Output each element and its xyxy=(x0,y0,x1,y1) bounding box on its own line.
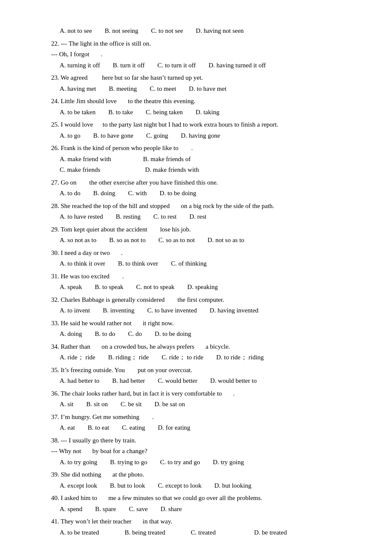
q29-text: 29. Tom kept quiet about the accident lo… xyxy=(51,224,341,235)
q22-text: 22. --- The light in the office is still… xyxy=(51,38,341,49)
question-30: 30. I need a day or two . A. to think it… xyxy=(51,248,341,269)
question-23: 23. We agreed here but so far she hasn’t… xyxy=(51,72,341,94)
question-31: 31. He was too excited . A. speak B. to … xyxy=(51,271,341,293)
question-26: 26. Frank is the kind of person who peop… xyxy=(51,143,341,176)
q30-text: 30. I need a day or two . xyxy=(51,248,341,259)
q27-options: A. to do B. doing C. with D. to be doing xyxy=(51,188,341,199)
q31-options: A. speak B. to speak C. not to speak D. … xyxy=(51,282,341,293)
question-top: A. not to see B. not seeing C. to not se… xyxy=(51,26,341,37)
question-27: 27. Go on the other exercise after you h… xyxy=(51,177,341,199)
q27-text: 27. Go on the other exercise after you h… xyxy=(51,177,341,188)
options-top: A. not to see B. not seeing C. to not se… xyxy=(51,26,341,37)
question-28: 28. She reached the top of the hill and … xyxy=(51,201,341,223)
q38-text: 38. --- I usually go there by train. xyxy=(51,435,341,446)
q23-text: 23. We agreed here but so far she hasn’t… xyxy=(51,72,341,84)
q25-text: 25. I would love to the party last night… xyxy=(51,119,341,130)
question-29: 29. Tom kept quiet about the accident lo… xyxy=(51,224,341,246)
q36-text: 36. The chair looks rather hard, but in … xyxy=(51,388,341,399)
question-32: 32. Charles Babbage is generally conside… xyxy=(51,295,341,316)
q38-sub: --- Why not by boat for a change? xyxy=(51,446,341,457)
q40-options: A. spend B. spare C. save D. share xyxy=(51,504,341,515)
question-38: 38. --- I usually go there by train. ---… xyxy=(51,435,341,468)
q31-text: 31. He was too excited . xyxy=(51,271,341,282)
question-24: 24. Little Jim should love to the theatr… xyxy=(51,96,341,118)
question-34: 34. Rather than on a crowded bus, he alw… xyxy=(51,341,341,363)
q39-text: 39. She did nothing at the photo. xyxy=(51,469,341,480)
exam-content: A. not to see B. not seeing C. to not se… xyxy=(51,26,341,538)
q32-options: A. to invent B. inventing C. to have inv… xyxy=(51,305,341,316)
q25-options: A. to go B. to have gone C. going D. hav… xyxy=(51,130,341,142)
question-22: 22. --- The light in the office is still… xyxy=(51,38,341,71)
q23-options: A. having met B. meeting C. to meet D. t… xyxy=(51,84,341,95)
q36-options: A. sit B. sit on C. be sit D. be sat on xyxy=(51,399,341,410)
q41-text: 41. They won’t let their teacher in that… xyxy=(51,516,341,527)
q34-options: A. ride； ride B. riding； ride C. ride； t… xyxy=(51,352,341,363)
q28-options: A. to have rested B. resting C. to rest … xyxy=(51,211,341,223)
q22-options: A. turning it off B. turn it off C. to t… xyxy=(51,60,341,71)
q26-text: 26. Frank is the kind of person who peop… xyxy=(51,143,341,154)
q33-options: A. doing B. to do C. do D. to be doing xyxy=(51,329,341,340)
q37-text: 37. I’m hungry. Get me something . xyxy=(51,412,341,423)
q34-text: 34. Rather than on a crowded bus, he alw… xyxy=(51,341,341,353)
q26-options-1: A. make friend with B. make friends of xyxy=(51,154,341,165)
question-25: 25. I would love to the party last night… xyxy=(51,119,341,141)
q28-text: 28. She reached the top of the hill and … xyxy=(51,201,341,212)
question-40: 40. I asked him to me a few minutes so t… xyxy=(51,493,341,515)
q26-options-2: C. make friends D. make friends with xyxy=(51,165,341,176)
question-33: 33. He said he would rather not it right… xyxy=(51,318,341,340)
q32-text: 32. Charles Babbage is generally conside… xyxy=(51,295,341,306)
q29-options: A. so not as to B. so as not to C. so as… xyxy=(51,235,341,246)
q40-text: 40. I asked him to me a few minutes so t… xyxy=(51,493,341,504)
q41-options: A. to be treated B. being treated C. tre… xyxy=(51,527,341,538)
q38-options: A. to try going B. trying to go C. to tr… xyxy=(51,457,341,468)
q22-sub: --- Oh, I forgot . xyxy=(51,49,341,60)
question-35: 35. It’s freezing outside. You put on yo… xyxy=(51,365,341,387)
question-37: 37. I’m hungry. Get me something . A. ea… xyxy=(51,412,341,434)
q24-text: 24. Little Jim should love to the theatr… xyxy=(51,96,341,107)
q35-options: A. had better to B. had better C. would … xyxy=(51,376,341,387)
question-41: 41. They won’t let their teacher in that… xyxy=(51,516,341,538)
q33-text: 33. He said he would rather not it right… xyxy=(51,318,341,329)
question-36: 36. The chair looks rather hard, but in … xyxy=(51,388,341,410)
q39-options: A. except look B. but to look C. except … xyxy=(51,480,341,491)
q35-text: 35. It’s freezing outside. You put on yo… xyxy=(51,365,341,376)
question-39: 39. She did nothing at the photo. A. exc… xyxy=(51,469,341,491)
q30-options: A. to think it over B. to think over C. … xyxy=(51,258,341,269)
q37-options: A. eat B. to eat C. eating D. for eating xyxy=(51,422,341,434)
q24-options: A. to be taken B. to take C. being taken… xyxy=(51,107,341,118)
